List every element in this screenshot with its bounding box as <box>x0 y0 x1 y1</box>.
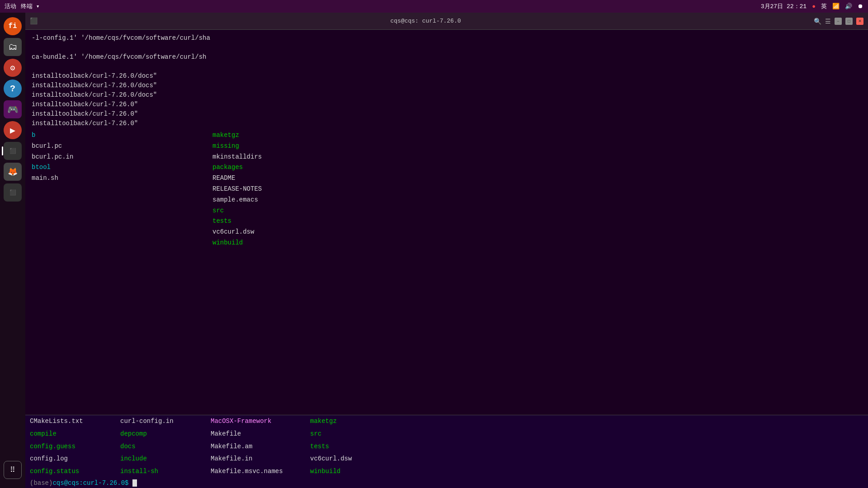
file-empty6 <box>384 141 457 152</box>
prompt-space <box>128 479 132 487</box>
file-empty19 <box>384 184 457 195</box>
file-empty22 <box>303 195 384 206</box>
ac-makefileam: Makefile.am <box>211 441 310 452</box>
cursor-block[interactable] <box>132 479 137 487</box>
file-empty32 <box>32 227 122 238</box>
prompt-user: cqs@cqs:curl-7.26.0$ <box>52 479 128 487</box>
file-b: b <box>32 130 122 141</box>
file-packages: packages <box>212 162 303 173</box>
file-btool: btool <box>32 162 122 173</box>
minimize-button-right[interactable]: － <box>835 18 842 25</box>
network-icon: 📶 <box>832 3 840 10</box>
curl-line-1: -l-config.1' '/home/cqs/fvcom/software/c… <box>32 33 862 43</box>
file-empty3 <box>384 130 457 141</box>
browser-icon[interactable]: 🦊 <box>4 163 22 181</box>
file-empty18 <box>303 184 384 195</box>
file-mkinstalldirs: mkinstalldirs <box>212 152 303 163</box>
file-empty34 <box>303 227 384 238</box>
file-empty31 <box>384 216 457 227</box>
system-bar: 活动 终端 ▾ 3月27日 22：21 ● 英 📶 🔊 ⏺ <box>0 0 868 13</box>
media-icon[interactable]: ▶ <box>4 121 22 139</box>
terminal-indicator[interactable]: 终端 ▾ <box>21 2 40 10</box>
ac-empty3 <box>401 454 473 465</box>
ac-empty2 <box>401 441 473 452</box>
file-maketgz: maketgz <box>212 130 303 141</box>
file-empty35 <box>384 227 457 238</box>
ac-compile: compile <box>30 429 120 440</box>
help-icon[interactable]: ? <box>4 80 22 98</box>
terminal2-icon[interactable]: ⬛ <box>4 183 22 202</box>
file-empty14 <box>303 173 384 184</box>
file-winbuild: winbuild <box>212 238 303 249</box>
terminal-icon[interactable]: ⬛ <box>4 142 22 160</box>
autocomplete-row-1: compile depcomp Makefile src <box>25 428 868 441</box>
file-empty36 <box>32 238 122 249</box>
ac-cmakelists: CMakeLists.txt <box>30 416 120 427</box>
file-src: src <box>212 206 303 216</box>
curl-line-3: installtoolback/curl-7.26.0/docs" <box>32 71 862 81</box>
curl-line-8: installtoolback/curl-7.26.0" <box>32 119 862 128</box>
file-empty11 <box>303 162 384 173</box>
ac-installsh: install-sh <box>120 466 211 477</box>
file-bcurlpc: bcurl.pc <box>32 141 122 152</box>
grid-icon[interactable]: ⠿ <box>4 461 22 479</box>
file-empty25 <box>122 206 212 216</box>
file-empty28 <box>32 216 122 227</box>
ac-configstatus: config.status <box>30 466 120 477</box>
file-vc6curlds: vc6curl.dsw <box>212 227 303 238</box>
prompt-line[interactable]: (base) cqs@cqs:curl-7.26.0$ <box>25 478 868 488</box>
file-empty15 <box>384 173 457 184</box>
file-empty10 <box>122 162 212 173</box>
file-empty29 <box>122 216 212 227</box>
ac-tests: tests <box>310 441 401 452</box>
terminal-right-title: cqs@cqs: curl-7.26.0 <box>390 18 461 24</box>
maximize-button-right[interactable]: □ <box>845 18 853 25</box>
file-empty17 <box>122 184 212 195</box>
file-empty13 <box>122 173 212 184</box>
file-empty20 <box>32 195 122 206</box>
settings-icon[interactable]: ⚙ <box>4 59 22 77</box>
user-avatar[interactable]: fi <box>4 17 22 35</box>
datetime-label: 3月27日 22：21 <box>761 2 807 10</box>
files-icon[interactable]: 🗂 <box>4 38 22 56</box>
file-empty30 <box>303 216 384 227</box>
curl-line-2: ca-bundle.1' '/home/cqs/fvcom/software/c… <box>32 52 862 62</box>
file-empty16 <box>32 184 122 195</box>
file-empty39 <box>384 238 457 249</box>
ac-depcomp: depcomp <box>120 429 211 440</box>
main-area: ⬛ － □ ✕ cqs@cqs: bin 🔍 ☰ fi # >>> conda … <box>25 13 868 488</box>
ac-makefilein: Makefile.in <box>211 454 310 465</box>
file-empty9 <box>384 152 457 163</box>
file-empty2 <box>303 130 384 141</box>
autocomplete-row-4: config.status install-sh Makefile.msvc.n… <box>25 465 868 478</box>
sound-icon: 🔊 <box>845 3 852 10</box>
file-empty24 <box>32 206 122 216</box>
ac-configlog: config.log <box>30 454 120 465</box>
file-empty1 <box>122 130 212 141</box>
file-tests: tests <box>212 216 303 227</box>
activity-label[interactable]: 活动 <box>5 2 16 10</box>
ac-vc6: vc6curl.dsw <box>310 454 401 465</box>
curl-line-6: installtoolback/curl-7.26.0" <box>32 100 862 109</box>
ac-makefilemsvc: Makefile.msvc.names <box>211 466 310 477</box>
file-empty12 <box>384 162 457 173</box>
file-empty5 <box>303 141 384 152</box>
close-button-right[interactable]: ✕ <box>856 18 863 25</box>
lang-label[interactable]: 英 <box>821 2 827 10</box>
ac-curlconfigin: curl-config.in <box>120 416 211 427</box>
file-empty26 <box>303 206 384 216</box>
file-mainsh: main.sh <box>32 173 122 184</box>
menu-button-right[interactable]: ☰ <box>825 18 831 25</box>
terminal-right: ⬛ cqs@cqs: curl-7.26.0 🔍 ☰ － □ ✕ -l-conf… <box>25 13 868 488</box>
ac-winbuild: winbuild <box>310 466 401 477</box>
file-empty38 <box>303 238 384 249</box>
curl-blank-1 <box>32 43 862 52</box>
apps-icon[interactable]: 🎮 <box>4 100 22 118</box>
autocomplete-row-2: config.guess docs Makefile.am tests <box>25 441 868 453</box>
ac-empty4 <box>401 466 473 477</box>
file-empty37 <box>122 238 212 249</box>
autocomplete-row-0: CMakeLists.txt curl-config.in MacOSX-Fra… <box>25 415 868 428</box>
search-button-right[interactable]: 🔍 <box>814 18 821 25</box>
file-empty4 <box>122 141 212 152</box>
file-listing: b maketgz bcurl.pc missing bcurl.pc.in m… <box>32 130 862 249</box>
